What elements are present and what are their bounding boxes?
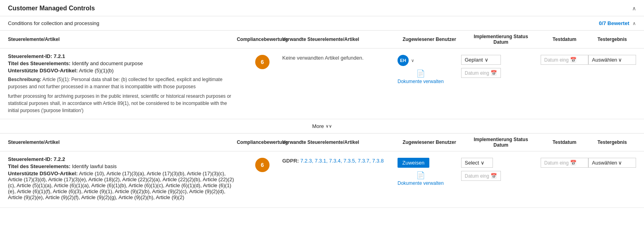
impl-cell-2: Select ∨ Datum eing 📅 [461, 156, 541, 203]
impl-date-2[interactable]: Datum eing 📅 [461, 171, 501, 181]
more-button[interactable]: More ∨∨ [312, 123, 332, 129]
conditions-chevron-icon[interactable]: ∧ [632, 21, 636, 26]
col-verwandte-1: Verwandte Steuerelemente/Artikel [282, 34, 398, 45]
docs-link-1[interactable]: 📄 Dokumente verwalten [398, 69, 444, 84]
status-dropdown-1[interactable]: Geplant ∨ [461, 55, 501, 65]
conditions-right: 0/7 Bewertet ∧ [599, 20, 636, 26]
score-link[interactable]: 0/7 Bewertet [599, 20, 629, 26]
related-cell-2: GDPR: 7.2.3, 7.3.1, 7.3.4, 7.3.5, 7.3.7,… [282, 156, 398, 203]
impl-calendar-icon-2: 📅 [491, 173, 497, 179]
control-title-1: Titel des Steuerelements: Identify and d… [8, 60, 236, 66]
test-date-cell-1: Datum eing 📅 [541, 53, 588, 114]
control-dsgvo-2: Unterstützte DSGVO-Artikel: Article (10)… [8, 170, 236, 200]
col-testergebnis-2: Testergebnis [588, 137, 636, 148]
score-badge-1: 6 [255, 55, 270, 69]
conditions-label: Conditions for collection and processing [8, 20, 99, 26]
impl-date-1[interactable]: Datum eing 📅 [461, 68, 501, 78]
col-impl-status-1: Implementierung Status Datum [461, 34, 541, 45]
col-impl-status-2: Implementierung Status Datum [461, 137, 541, 148]
docs-label-2: Dokumente verwalten [398, 180, 444, 186]
table-header-2: Steuerelemente/Artikel Compliancebewertu… [0, 134, 644, 151]
col-steuerelemente-1: Steuerelemente/Artikel [8, 34, 242, 45]
col-compliance-1: Compliancebewertung [242, 34, 282, 45]
score-cell-1: 6 [242, 53, 282, 114]
docs-label-1: Dokumente verwalten [398, 79, 444, 84]
result-chevron-icon-2: ∨ [618, 160, 622, 166]
test-calendar-icon-1: 📅 [570, 57, 576, 63]
result-cell-1: Auswählen ∨ [588, 53, 636, 114]
docs-link-2[interactable]: 📄 Dokumente verwalten [398, 171, 444, 186]
table-row: Steuerelement-ID: 7.2.1 Titel des Steuer… [0, 48, 644, 119]
control-desc-1: Beschreibung: Article (5)(1): Personal d… [8, 76, 236, 90]
col-zugewiesener-1: Zugewiesener Benutzer [398, 34, 461, 45]
user-row-1: EH ∨ [398, 55, 414, 66]
control-info-2: Steuerelement-ID: 7.2.2 Titel des Steuer… [8, 156, 242, 203]
page-wrapper: Customer Managed Controls ∧ Conditions f… [0, 0, 644, 208]
result-chevron-icon-1: ∨ [618, 57, 622, 63]
avatar-1: EH [398, 55, 409, 66]
control-desc-extra-1: further processing for archiving purpose… [8, 93, 236, 114]
test-date-input-2[interactable]: Datum eing 📅 [541, 158, 588, 168]
section-header: Customer Managed Controls ∧ [0, 0, 644, 16]
score-badge-2: 6 [255, 158, 270, 172]
control-id-2: Steuerelement-ID: 7.2.2 [8, 156, 236, 162]
assign-button-2[interactable]: Zuweisen [398, 158, 429, 168]
related-links-2[interactable]: 7.2.3, 7.3.1, 7.3.4, 7.3.5, 7.3.7, 7.3.8 [301, 158, 384, 164]
control-id-1: Steuerelement-ID: 7.2.1 [8, 53, 236, 59]
impl-calendar-icon-1: 📅 [491, 70, 497, 76]
control-dsgvo-1: Unterstützte DSGVO-Artikel: Article (5)(… [8, 68, 236, 74]
col-testergebnis-1: Testergebnis [588, 34, 636, 45]
col-testdatum-2: Testdatum [541, 137, 588, 148]
conditions-bar: Conditions for collection and processing… [0, 16, 644, 31]
table-header-1: Steuerelemente/Artikel Compliancebewertu… [0, 31, 644, 48]
user-chevron-icon-1[interactable]: ∨ [411, 58, 414, 63]
more-chevron-icon: ∨∨ [326, 124, 332, 129]
more-row: More ∨∨ [0, 119, 644, 134]
select-chevron-icon-2: ∨ [481, 160, 485, 166]
docs-icon-1: 📄 [416, 69, 425, 78]
select-dropdown-2[interactable]: Select ∨ [461, 158, 493, 168]
table-row-2: Steuerelement-ID: 7.2.2 Titel des Steuer… [0, 151, 644, 208]
section-title: Customer Managed Controls [8, 5, 95, 12]
test-date-input-1[interactable]: Datum eing 📅 [541, 55, 588, 65]
collapse-icon[interactable]: ∧ [632, 5, 636, 12]
control-info-1: Steuerelement-ID: 7.2.1 Titel des Steuer… [8, 53, 242, 114]
status-chevron-icon-1: ∨ [485, 57, 489, 63]
col-compliance-2: Compliancebewertung [242, 137, 282, 148]
control-title-2: Titel des Steuerelements: Identify lawfu… [8, 163, 236, 169]
score-cell-2: 6 [242, 156, 282, 203]
assigned-cell-2: Zuweisen 📄 Dokumente verwalten [398, 156, 461, 203]
auswahlen-dropdown-1[interactable]: Auswählen ∨ [588, 55, 636, 65]
auswahlen-dropdown-2[interactable]: Auswählen ∨ [588, 158, 636, 168]
impl-cell-1: Geplant ∨ Datum eing 📅 [461, 53, 541, 114]
col-verwandte-2: Verwandte Steuerelemente/Artikel [282, 137, 398, 148]
docs-icon-2: 📄 [416, 171, 425, 180]
test-calendar-icon-2: 📅 [570, 160, 576, 166]
col-testdatum-1: Testdatum [541, 34, 588, 45]
result-cell-2: Auswählen ∨ [588, 156, 636, 203]
related-cell-1: Keine verwandten Artikel gefunden. [282, 53, 398, 114]
col-zugewiesener-2: Zugewiesener Benutzer [398, 137, 461, 148]
test-date-cell-2: Datum eing 📅 [541, 156, 588, 203]
col-steuerelemente-2: Steuerelemente/Artikel [8, 137, 242, 148]
assigned-cell-1: EH ∨ 📄 Dokumente verwalten [398, 53, 461, 114]
